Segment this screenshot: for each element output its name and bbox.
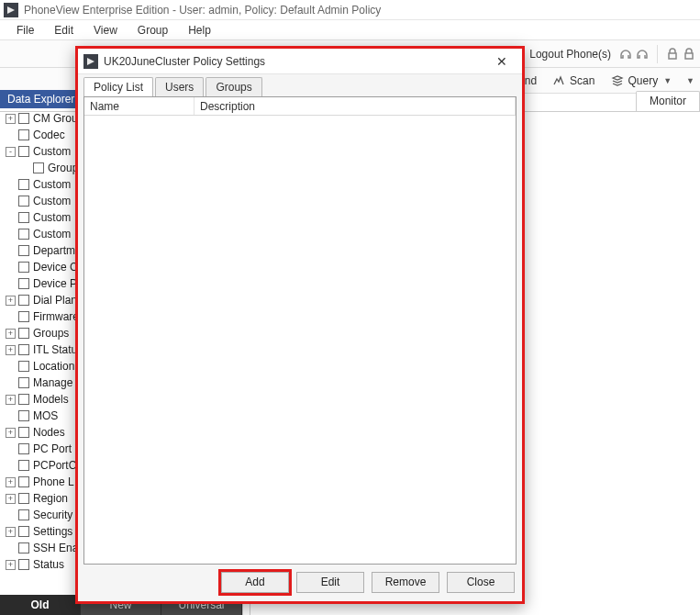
tree-checkbox[interactable]	[18, 427, 29, 438]
tree-spacer	[6, 279, 16, 289]
tree-checkbox[interactable]	[18, 113, 29, 124]
svg-marker-0	[7, 6, 15, 14]
logout-phones-label: Logout Phone(s)	[529, 48, 611, 61]
tree-checkbox[interactable]	[18, 509, 29, 520]
tree-checkbox[interactable]	[18, 328, 29, 339]
tree-spacer	[6, 229, 16, 240]
dialog-icon	[83, 54, 98, 69]
tree-checkbox[interactable]	[18, 526, 29, 537]
svg-rect-1	[669, 53, 676, 59]
tab-monitor[interactable]: Monitor	[636, 91, 700, 111]
menu-help[interactable]: Help	[179, 22, 220, 39]
tree-checkbox[interactable]	[18, 212, 29, 223]
tree-node-label: Group	[48, 162, 78, 174]
tree-node-label: Groups	[33, 327, 69, 340]
remove-button[interactable]: Remove	[372, 572, 439, 593]
tree-checkbox[interactable]	[18, 493, 29, 504]
svg-rect-2	[685, 53, 693, 59]
tree-node-label: Codec	[33, 129, 65, 141]
policy-list-table[interactable]: Name Description	[83, 96, 517, 565]
expand-icon[interactable]: +	[6, 527, 16, 537]
expand-icon[interactable]: +	[6, 296, 16, 306]
menu-group[interactable]: Group	[128, 22, 177, 39]
tab-policy-list[interactable]: Policy List	[83, 77, 153, 96]
app-icon	[4, 3, 18, 17]
column-description[interactable]: Description	[194, 97, 516, 115]
tree-node-label: PC Port	[33, 442, 72, 455]
tree-checkbox[interactable]	[18, 476, 29, 487]
policy-settings-dialog: UK20JuneCluster Policy Settings ✕ Policy…	[75, 46, 525, 604]
logout-phones-button[interactable]: Logout Phone(s)	[510, 46, 615, 62]
expand-icon[interactable]: +	[6, 395, 16, 405]
collapse-icon[interactable]: -	[6, 147, 16, 157]
menu-view[interactable]: View	[84, 22, 127, 39]
tree-checkbox[interactable]	[18, 394, 29, 405]
tree-checkbox[interactable]	[18, 295, 29, 306]
tree-checkbox[interactable]	[18, 377, 29, 388]
tree-node-label: Security	[33, 509, 72, 521]
tree-node-label: PCPortC	[33, 459, 76, 472]
tree-checkbox[interactable]	[18, 410, 29, 421]
bottom-tab-old[interactable]: Old	[0, 595, 81, 615]
tree-checkbox[interactable]	[18, 146, 29, 157]
tree-node-label: Custom	[33, 228, 71, 240]
tree-node-label: Device P	[33, 277, 77, 290]
add-button[interactable]: Add	[221, 572, 289, 593]
dialog-titlebar[interactable]: UK20JuneCluster Policy Settings ✕	[78, 49, 522, 74]
tree-checkbox[interactable]	[18, 196, 29, 207]
menu-bar: File Edit View Group Help	[0, 20, 700, 40]
tab-users[interactable]: Users	[155, 77, 204, 96]
tree-spacer	[6, 411, 16, 421]
tree-spacer	[6, 543, 16, 554]
tab-groups[interactable]: Groups	[206, 77, 261, 96]
menu-file[interactable]: File	[7, 22, 43, 39]
tree-checkbox[interactable]	[18, 542, 29, 554]
expand-icon[interactable]: +	[6, 428, 16, 438]
edit-button[interactable]: Edit	[296, 572, 364, 593]
tree-spacer	[6, 444, 16, 454]
window-title: PhoneView Enterprise Edition - User: adm…	[24, 4, 381, 17]
column-name[interactable]: Name	[84, 97, 194, 115]
tree-checkbox[interactable]	[18, 443, 29, 454]
headset-icon-group[interactable]	[618, 47, 650, 62]
tree-node-label: Manage	[33, 376, 72, 389]
tree-checkbox[interactable]	[18, 460, 29, 471]
tree-spacer	[6, 130, 16, 140]
tree-spacer	[6, 362, 16, 372]
tree-spacer	[6, 213, 16, 223]
tree-node-label: Status	[33, 558, 64, 571]
scan-icon	[553, 74, 566, 87]
tree-checkbox[interactable]	[18, 559, 29, 570]
close-button[interactable]: Close	[447, 572, 515, 593]
tree-checkbox[interactable]	[18, 262, 29, 273]
tree-checkbox[interactable]	[18, 245, 29, 256]
table-header: Name Description	[84, 97, 516, 116]
menu-edit[interactable]: Edit	[45, 22, 83, 39]
expand-icon[interactable]: +	[6, 114, 16, 124]
tree-checkbox[interactable]	[18, 361, 29, 372]
tree-checkbox[interactable]	[18, 344, 29, 355]
expand-icon[interactable]: +	[6, 560, 16, 570]
tree-node-label: Models	[33, 393, 69, 406]
tree-checkbox[interactable]	[33, 162, 44, 173]
tree-checkbox[interactable]	[18, 311, 29, 322]
tree-node-label: Device C	[33, 261, 78, 274]
query-button[interactable]: Query ▼	[607, 73, 675, 89]
tree-spacer	[20, 163, 30, 173]
expand-icon[interactable]: +	[6, 494, 16, 504]
scan-button[interactable]: Scan	[550, 73, 598, 89]
window-titlebar: PhoneView Enterprise Edition - User: adm…	[0, 0, 700, 20]
expand-icon[interactable]: +	[6, 329, 16, 339]
expand-icon[interactable]: +	[6, 477, 16, 487]
tree-checkbox[interactable]	[18, 229, 29, 240]
scan-label: Scan	[570, 74, 594, 87]
tree-node-label: Firmware	[33, 310, 79, 323]
expand-icon[interactable]: +	[6, 345, 16, 355]
tree-checkbox[interactable]	[18, 179, 29, 190]
tree-checkbox[interactable]	[18, 278, 29, 289]
chevron-down-icon[interactable]: ▼	[684, 76, 694, 85]
tree-node-label: Custom	[33, 195, 71, 207]
tree-checkbox[interactable]	[18, 129, 29, 140]
lock-icon-group[interactable]	[665, 47, 696, 62]
close-icon[interactable]: ✕	[487, 52, 517, 71]
